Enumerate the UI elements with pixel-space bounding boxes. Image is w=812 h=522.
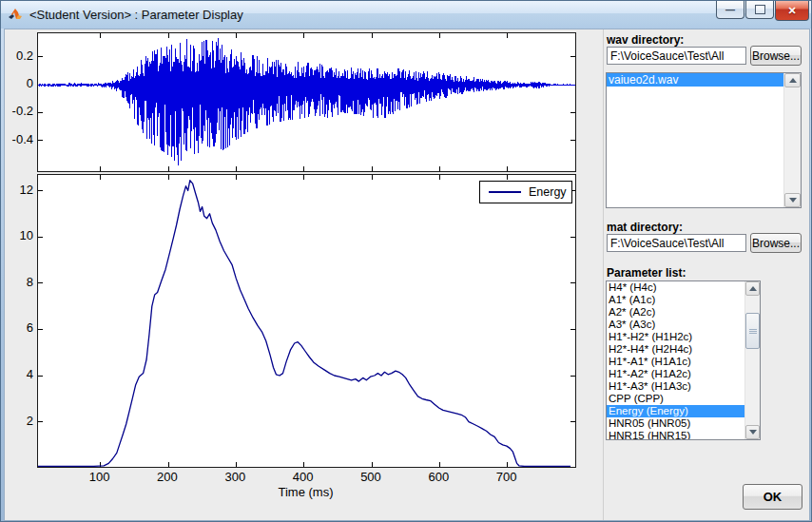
tick-label: 600: [419, 470, 457, 484]
tick-label: 0: [5, 76, 33, 90]
maximize-icon: [755, 5, 765, 14]
energy-trace: [38, 181, 570, 467]
tick-label: -0.4: [5, 132, 33, 146]
arrow-up-icon: [789, 78, 797, 83]
parameter-display-window: <Student Version> : Parameter Display — …: [0, 0, 812, 522]
energy-x-tick-labels: 100200300400500600700: [37, 468, 574, 483]
scroll-down-button[interactable]: [745, 425, 760, 439]
list-item[interactable]: CPP (CPP): [607, 393, 745, 405]
parameter-list-label: Parameter list:: [607, 266, 686, 280]
legend: Energy: [479, 181, 572, 203]
list-item[interactable]: A1* (A1c): [607, 294, 745, 306]
tick-label: 8: [5, 275, 33, 289]
wav-list-scrollbar[interactable]: [783, 73, 801, 207]
panel-separator: [603, 29, 604, 520]
close-button[interactable]: ✕: [775, 1, 809, 21]
tick-label: 4: [5, 367, 33, 381]
list-item[interactable]: H4* (H4c): [607, 281, 745, 294]
matlab-icon: [8, 7, 23, 22]
parameter-list-scrollbar[interactable]: [744, 281, 760, 439]
list-item[interactable]: H1*-A2* (H1A2c): [607, 368, 745, 380]
tick-label: -0.2: [5, 104, 33, 118]
legend-line-sample: [489, 191, 521, 193]
parameter-list[interactable]: H4* (H4c)A1* (A1c)A2* (A2c)A3* (A3c)H1*-…: [606, 280, 761, 440]
mat-browse-label: Browse...: [752, 237, 800, 250]
mat-directory-label: mat directory:: [607, 221, 683, 234]
maximize-button[interactable]: [745, 1, 774, 19]
close-icon: ✕: [787, 5, 796, 17]
arrow-down-icon: [789, 198, 797, 203]
tick-label: 200: [148, 470, 186, 484]
tick-label: 6: [5, 320, 33, 335]
tick-label: 300: [216, 470, 254, 484]
client-area: 0.20-0.2-0.4 Energy 24681012 10020030040…: [4, 29, 810, 521]
time-axis-label: Time (ms): [37, 485, 574, 499]
tick-label: 10: [5, 228, 33, 242]
list-item[interactable]: HNR05 (HNR05): [607, 417, 745, 430]
waveform-plot: [37, 32, 576, 172]
thumb-grip-icon: [749, 331, 757, 332]
mat-directory-input[interactable]: [607, 234, 746, 252]
list-item[interactable]: H1*-A3* (H1A3c): [607, 380, 745, 393]
arrow-up-icon: [749, 286, 757, 291]
energy-axis-ticks: [38, 175, 575, 467]
wav-file-list[interactable]: vaiueo2d.wav: [606, 72, 802, 208]
minimize-button[interactable]: —: [716, 1, 744, 19]
tick-label: 400: [284, 470, 322, 484]
wav-directory-label: wav directory:: [607, 33, 684, 47]
list-item[interactable]: H1*-H2* (H1H2c): [607, 331, 745, 343]
minimize-icon: —: [725, 5, 735, 15]
tick-label: 0.2: [5, 48, 33, 63]
window-title: <Student Version> : Parameter Display: [29, 8, 243, 22]
list-item[interactable]: H1*-A1* (H1A1c): [607, 356, 745, 368]
tick-label: 2: [5, 414, 33, 428]
title-bar[interactable]: <Student Version> : Parameter Display — …: [1, 1, 811, 29]
waveform-trace: [38, 38, 575, 165]
energy-plot: Energy: [37, 174, 576, 468]
list-item[interactable]: Energy (Energy): [607, 405, 745, 417]
scroll-up-button[interactable]: [784, 73, 801, 87]
arrow-down-icon: [749, 430, 757, 435]
tick-label: 100: [81, 470, 119, 484]
scroll-down-button[interactable]: [784, 193, 801, 207]
tick-label: 700: [488, 470, 526, 484]
mat-browse-button[interactable]: Browse...: [750, 233, 802, 253]
ok-label: OK: [764, 490, 783, 504]
wav-browse-label: Browse...: [752, 49, 800, 63]
tick-label: 500: [352, 470, 390, 484]
list-item[interactable]: H2*-H4* (H2H4c): [607, 343, 745, 356]
legend-label: Energy: [529, 185, 567, 199]
list-item[interactable]: A3* (A3c): [607, 319, 745, 331]
list-item[interactable]: HNR15 (HNR15): [607, 430, 745, 439]
scrollbar-thumb[interactable]: [745, 313, 760, 349]
scroll-up-button[interactable]: [745, 281, 760, 296]
list-item[interactable]: vaiueo2d.wav: [607, 73, 784, 87]
wav-directory-input[interactable]: [607, 47, 746, 65]
ok-button[interactable]: OK: [743, 484, 802, 510]
wav-browse-button[interactable]: Browse...: [750, 46, 802, 66]
list-item[interactable]: A2* (A2c): [607, 306, 745, 319]
tick-label: 12: [5, 183, 33, 197]
